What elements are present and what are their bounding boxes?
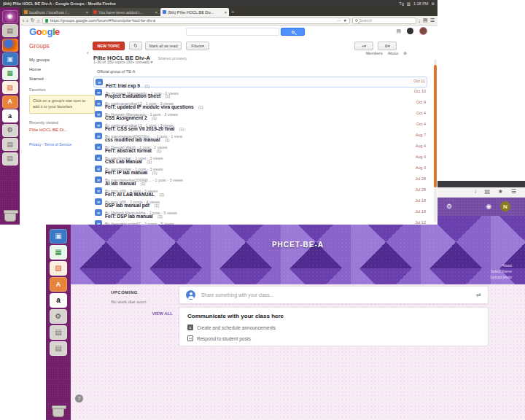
battery-icon[interactable]	[407, 1, 411, 6]
notifications-icon[interactable]	[407, 28, 413, 34]
launcher-icon[interactable]	[2, 39, 18, 52]
menu-icon[interactable]	[511, 188, 516, 195]
launcher-icon[interactable]: A	[2, 96, 18, 109]
menu-icon[interactable]	[430, 18, 435, 23]
table-row[interactable]: Project Evaluation Sheet (1) By padmanan…	[93, 88, 427, 98]
back-chevron-icon[interactable]	[87, 50, 89, 56]
launcher-icon[interactable]: ▦	[50, 245, 67, 260]
download-icon[interactable]	[419, 18, 421, 23]
launcher-icon[interactable]: ▤	[2, 138, 18, 151]
account-avatar[interactable]	[419, 27, 427, 35]
new-tab-button[interactable]	[231, 9, 235, 15]
launcher-icon[interactable]: ▨	[2, 81, 18, 94]
topic-title[interactable]: FeIT: abstract format	[105, 148, 152, 153]
members-link[interactable]: Members	[366, 51, 383, 55]
close-icon[interactable]	[224, 10, 227, 15]
launcher-icon[interactable]: ⚙	[50, 309, 67, 324]
launcher-icon[interactable]: ▤	[50, 341, 67, 356]
bookmark-star-icon[interactable]	[343, 18, 347, 23]
account-circle-icon[interactable]	[486, 203, 491, 210]
about-link[interactable]: About	[388, 51, 398, 55]
view-all-link[interactable]: VIEW ALL	[111, 311, 173, 316]
share-placeholder[interactable]: Share something with your class...	[201, 292, 273, 298]
address-bar[interactable]: https://groups.google.com/forum/#!forum/…	[42, 18, 350, 24]
recent-group-link[interactable]: PIIte HOCL BE Di...	[29, 128, 96, 132]
launcher-icon[interactable]: ▣	[2, 52, 18, 66]
topic-title[interactable]: CSS Assignment 2	[105, 115, 147, 120]
topic-title[interactable]: FeIT: IP lab manual	[105, 170, 147, 175]
power-icon[interactable]	[431, 1, 435, 6]
gear-icon[interactable]	[403, 51, 407, 55]
sidebar-icon[interactable]	[423, 18, 428, 23]
topic-title[interactable]: CSS Lab Manual	[105, 159, 142, 164]
launcher-icon[interactable]: ▦	[2, 67, 18, 80]
close-icon[interactable]	[85, 10, 88, 15]
topic-title[interactable]: FeIT: updated IP module viva questions	[105, 104, 194, 109]
topic-title[interactable]: Project Evaluation Sheet	[105, 93, 160, 98]
avatar[interactable]: N	[500, 201, 510, 211]
scrollbar-thumb[interactable]	[434, 65, 437, 187]
launcher-icon[interactable]: ▨	[50, 261, 67, 276]
table-row[interactable]: CSS Assignment 2 (1) By padmanandkar12 -…	[93, 109, 427, 120]
settings-sliders-icon[interactable]	[396, 28, 401, 34]
download-icon[interactable]	[474, 188, 477, 195]
close-icon[interactable]	[155, 10, 158, 15]
bookmark-icon[interactable]	[498, 188, 503, 195]
table-row[interactable]: FeIT: trial exp 9 (1) By Hussain Manjapa…	[93, 77, 427, 88]
topic-title[interactable]: FeIT: AI LAB MANUAL	[105, 192, 155, 197]
scrollbar[interactable]	[434, 59, 437, 222]
sidebar-item-home[interactable]: Home	[29, 67, 96, 71]
privacy-terms-links[interactable]: Privacy - Terms of Service	[29, 142, 96, 147]
table-row[interactable]: FeIT: CSS sem VII 2019-20 final (1) By m…	[93, 120, 427, 131]
launcher-icon[interactable]: ▤	[50, 325, 67, 340]
topic-title[interactable]: FeIT: DSP lab manual	[105, 214, 153, 219]
launcher-icon[interactable]: a	[50, 293, 67, 308]
groups-brand[interactable]: Groups	[29, 42, 50, 50]
home-icon[interactable]	[37, 18, 40, 23]
table-row[interactable]: FeIT: AI LAB MANUAL (2) By tony q56 - 2 …	[93, 186, 427, 197]
launcher-icon[interactable]: ▣	[50, 229, 67, 244]
table-row[interactable]: css modified lab manual (1) By Deepali W…	[93, 131, 427, 142]
settings-gear-icon[interactable]	[446, 203, 452, 210]
reload-icon[interactable]	[31, 18, 35, 23]
groups-search-input[interactable]	[186, 28, 279, 36]
sidebar-item-my-groups[interactable]: My groups	[29, 58, 96, 62]
launcher-icon[interactable]: ▤	[2, 24, 18, 37]
back-icon[interactable]	[23, 18, 24, 23]
table-row[interactable]: AI lab manual (1) By tony q56 - 1 post -…	[93, 175, 427, 186]
forward-icon[interactable]	[26, 18, 28, 23]
share-announcement-card[interactable]: Share something with your class...	[179, 286, 489, 304]
table-row[interactable]: FeIT: updated IP module viva questions (…	[93, 98, 427, 109]
topic-title[interactable]: FeIT: CSS sem VII 2019-20 final	[105, 126, 174, 131]
help-button[interactable]	[75, 394, 83, 402]
launcher-icon[interactable]: A	[50, 277, 67, 292]
topic-title[interactable]: DSP lab manual pdf	[105, 203, 149, 208]
table-row[interactable]: DSP lab manual pdf (1) By Mahiph Manjule…	[93, 197, 427, 208]
upload-photo-link[interactable]: Upload photo	[490, 275, 512, 279]
sidebar-item-starred[interactable]: Starred	[29, 77, 96, 81]
page-actions-icon[interactable]	[337, 18, 341, 23]
tab-added-notice[interactable]: You have been added t...	[91, 8, 160, 16]
sidebar-icon[interactable]	[484, 188, 490, 195]
table-row[interactable]: FeIT: abstract format (1) By sanchonkar …	[93, 142, 427, 153]
table-row[interactable]: NTA: lab manual (1) By Hussain Manjapadu…	[93, 219, 427, 225]
tab-groups-active[interactable]: (9th) PIIte.HOCL.BE Div...	[160, 8, 229, 16]
tab-localhost[interactable]: localhost / localhost /...	[22, 8, 90, 16]
select-theme-link[interactable]: Select theme	[490, 269, 512, 273]
launcher-icon[interactable]: ▤	[2, 152, 18, 166]
trash-icon[interactable]	[4, 212, 16, 222]
search-input[interactable]: Search	[352, 18, 416, 24]
launcher-icon[interactable]: ◉	[2, 10, 18, 23]
table-row[interactable]: FeIT: IP lab manual (1) By mandarkelkar2…	[93, 164, 427, 175]
topic-title[interactable]: css modified lab manual	[105, 137, 160, 142]
about-link[interactable]: About	[490, 263, 512, 268]
clock[interactable]: 1:18 PM	[413, 1, 428, 6]
launcher-icon[interactable]: a	[2, 109, 18, 122]
table-row[interactable]: CSS Lab Manual (1) By sanchonkar - 1 pos…	[93, 153, 427, 164]
keyboard-indicator[interactable]: Tg	[399, 1, 403, 6]
trash-icon[interactable]	[52, 408, 64, 417]
topic-title[interactable]: AI lab manual	[105, 181, 136, 186]
launcher-icon[interactable]: ⚙	[2, 124, 18, 137]
table-row[interactable]: FeIT: DSP lab manual (2) By deepakkundar…	[93, 208, 427, 219]
reuse-post-icon[interactable]	[476, 292, 481, 298]
